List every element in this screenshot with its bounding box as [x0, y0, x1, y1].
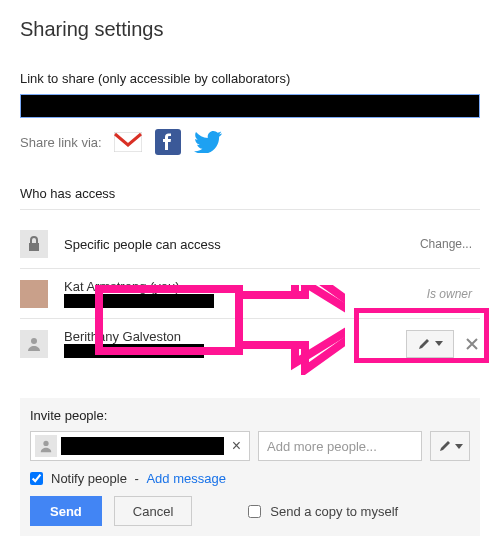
owner-role-label: Is owner: [427, 287, 472, 301]
send-copy-label: Send a copy to myself: [270, 504, 398, 519]
caret-down-icon: [435, 341, 443, 346]
access-scope-text: Specific people can access: [64, 237, 420, 252]
facebook-icon[interactable]: [154, 128, 182, 156]
redacted-email: [64, 344, 204, 358]
send-button[interactable]: Send: [30, 496, 102, 526]
invite-section: Invite people: × Add more people... Noti…: [20, 398, 480, 536]
svg-rect-2: [29, 243, 39, 251]
remove-chip-button[interactable]: ×: [228, 437, 245, 455]
caret-down-icon: [455, 444, 463, 449]
pencil-icon: [438, 439, 452, 453]
person-name: Kat Armstrong (you): [64, 279, 427, 294]
share-via-label: Share link via:: [20, 135, 102, 150]
divider: [20, 209, 480, 210]
notify-people-label: Notify people: [51, 471, 127, 486]
send-copy-checkbox[interactable]: [248, 505, 261, 518]
cancel-button[interactable]: Cancel: [114, 496, 192, 526]
dialog-title: Sharing settings: [20, 18, 480, 41]
invite-label: Invite people:: [30, 408, 470, 423]
redacted-chip-text: [61, 437, 224, 455]
avatar: [20, 280, 48, 308]
invitee-chip[interactable]: ×: [30, 431, 250, 461]
add-message-link[interactable]: Add message: [146, 471, 226, 486]
redacted-email: [64, 294, 214, 308]
add-people-placeholder: Add more people...: [267, 439, 377, 454]
close-icon: [466, 338, 478, 350]
invite-permission-dropdown[interactable]: [430, 431, 470, 461]
change-access-link[interactable]: Change...: [420, 237, 472, 251]
add-people-input[interactable]: Add more people...: [258, 431, 422, 461]
remove-person-button[interactable]: [464, 336, 480, 352]
access-collaborator-row: Berithany Galveston: [20, 319, 480, 368]
link-share-label: Link to share (only accessible by collab…: [20, 71, 480, 86]
gmail-icon[interactable]: [114, 128, 142, 156]
svg-point-3: [31, 338, 37, 344]
share-link-input[interactable]: [20, 94, 480, 118]
lock-icon: [20, 230, 48, 258]
notify-people-checkbox[interactable]: [30, 472, 43, 485]
who-has-access-heading: Who has access: [20, 186, 480, 201]
person-icon: [35, 435, 57, 457]
svg-point-6: [43, 441, 48, 446]
pencil-icon: [417, 337, 431, 351]
person-name: Berithany Galveston: [64, 329, 406, 344]
person-icon: [20, 330, 48, 358]
access-scope-row: Specific people can access Change...: [20, 220, 480, 269]
access-owner-row: Kat Armstrong (you) Is owner: [20, 269, 480, 319]
permission-dropdown[interactable]: [406, 330, 454, 358]
twitter-icon[interactable]: [194, 128, 222, 156]
